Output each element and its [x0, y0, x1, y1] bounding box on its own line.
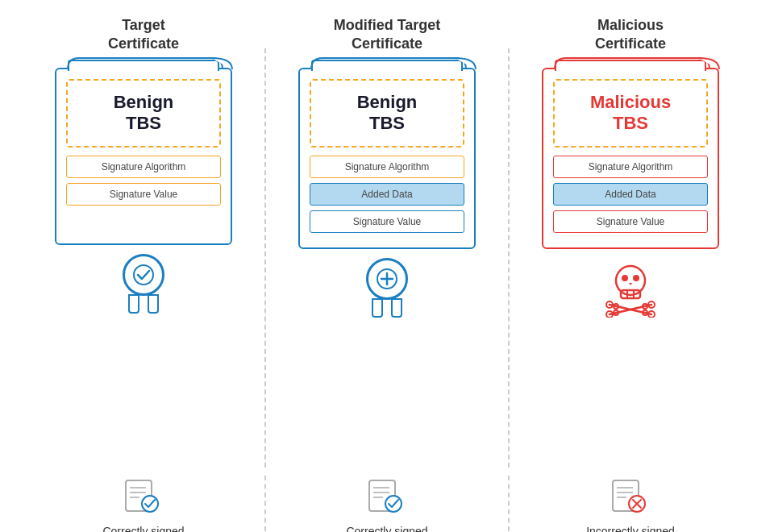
badge-area-malicious	[598, 256, 663, 320]
verify-x-icon-malicious	[606, 476, 655, 517]
main-container: TargetCertificate BenignTBS Signature Al…	[0, 0, 774, 468]
cert-scroll-target: BenignTBS Signature Algorithm Signature …	[55, 68, 232, 245]
bottom-col-malicious: Incorrectly signedcertificate	[510, 476, 751, 532]
col-title-malicious: MaliciousCertificate	[595, 16, 666, 55]
column-target: TargetCertificate BenignTBS Signature Al…	[23, 16, 264, 316]
ribbon-left-target	[128, 294, 139, 314]
ribbon-right-modified	[391, 298, 402, 318]
verify-check-icon-modified	[363, 476, 411, 517]
bottom-label-target: Correctly signedcertificate	[102, 524, 184, 532]
tbs-box-target: BenignTBS	[66, 79, 221, 148]
bottom-col-target: Correctly signedcertificate	[23, 476, 264, 532]
cert-scroll-malicious: MaliciousTBS Signature Algorithm Added D…	[542, 68, 719, 249]
field-signature-algorithm-malicious: Signature Algorithm	[553, 156, 708, 178]
col-title-modified: Modified TargetCertificate	[334, 16, 441, 55]
check-badge-target	[123, 254, 164, 314]
tbs-label-target: BenignTBS	[76, 92, 211, 135]
field-added-data-malicious: Added Data	[553, 183, 708, 206]
ribbon-right-target	[148, 294, 159, 314]
verify-check-icon-target	[119, 476, 168, 517]
tbs-box-modified: BenignTBS	[310, 79, 464, 148]
svg-point-9	[633, 275, 639, 281]
ribbon-modified	[372, 298, 402, 318]
ribbon-target	[128, 294, 159, 314]
column-modified: Modified TargetCertificate BenignTBS Sig…	[266, 16, 508, 320]
bottom-label-modified: Correctly signedcertificate	[346, 524, 427, 532]
svg-point-0	[134, 265, 153, 285]
verify-icon-target	[118, 476, 169, 517]
svg-point-8	[622, 275, 628, 281]
field-signature-value-malicious: Signature Value	[553, 210, 708, 233]
verify-icon-malicious	[605, 476, 656, 517]
scroll-top-svg	[56, 56, 234, 71]
tbs-label-malicious: MaliciousTBS	[563, 92, 698, 135]
scroll-top-svg-2	[300, 56, 477, 71]
badge-area-modified	[366, 256, 408, 320]
tbs-label-modified: BenignTBS	[319, 92, 455, 135]
scroll-top-svg-3	[543, 56, 721, 71]
bottom-col-modified: Correctly signedcertificate	[266, 476, 508, 532]
column-malicious: MaliciousCertificate MaliciousTBS Signat…	[510, 16, 751, 320]
check-icon	[131, 263, 156, 287]
field-signature-value-target: Signature Value	[66, 183, 221, 206]
bottom-section: Correctly signedcertificate Correctly si…	[0, 468, 774, 532]
plus-badge-modified	[366, 258, 408, 318]
verify-icon-modified	[361, 476, 413, 517]
col-title-target: TargetCertificate	[108, 16, 179, 55]
cert-scroll-modified: BenignTBS Signature Algorithm Added Data…	[298, 68, 476, 249]
plus-icon	[375, 267, 399, 291]
tbs-box-malicious: MaliciousTBS	[553, 79, 708, 148]
field-added-data-modified: Added Data	[310, 183, 464, 206]
bottom-label-malicious: Incorrectly signedcertificate	[586, 524, 675, 532]
badge-circle-target	[123, 254, 164, 296]
skull-icon	[598, 258, 663, 318]
field-signature-algorithm-target: Signature Algorithm	[66, 156, 221, 178]
badge-area-target	[123, 251, 164, 316]
badge-circle-modified	[366, 258, 408, 300]
field-signature-value-modified: Signature Value	[310, 210, 464, 233]
ribbon-left-modified	[372, 298, 383, 318]
field-signature-algorithm-modified: Signature Algorithm	[310, 156, 464, 178]
